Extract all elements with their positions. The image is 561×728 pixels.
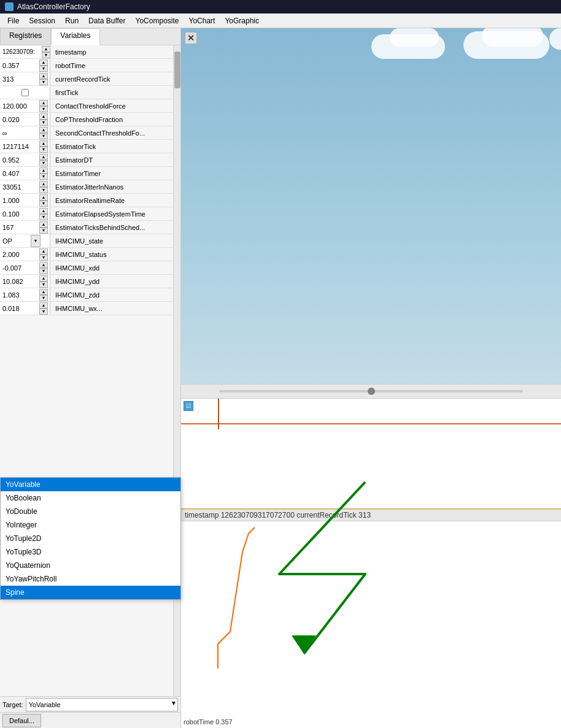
var-input-cop[interactable] <box>2 116 38 123</box>
spinner-down[interactable]: ▼ <box>39 255 48 261</box>
spinner-down[interactable]: ▼ <box>42 52 50 58</box>
spinner-up[interactable]: ▲ <box>39 154 48 160</box>
spinner-down[interactable]: ▼ <box>39 147 48 153</box>
var-input-imu-state[interactable] <box>2 237 29 245</box>
var-input-etimer[interactable] <box>2 170 38 177</box>
spinner-down[interactable]: ▼ <box>39 174 48 180</box>
menu-session[interactable]: Session <box>24 15 60 26</box>
default-button[interactable]: Defaul... <box>2 714 41 727</box>
menu-yocomposite[interactable]: YoComposite <box>131 15 184 26</box>
dropdown-item-spine[interactable]: Spine <box>1 586 180 599</box>
spinner-up[interactable]: ▲ <box>39 167 48 174</box>
scrollbar-thumb[interactable] <box>174 52 180 88</box>
var-input-eest[interactable] <box>2 210 38 218</box>
spinner-down[interactable]: ▼ <box>39 187 48 193</box>
target-select-wrapper: YoVariable ▼ <box>26 698 178 711</box>
menu-yochart[interactable]: YoChart <box>184 15 220 26</box>
spinner-up[interactable]: ▲ <box>39 140 48 147</box>
menu-bar: File Session Run Data Buffer YoComposite… <box>0 13 561 28</box>
spinner-down[interactable]: ▼ <box>39 214 48 220</box>
slider-area[interactable] <box>181 384 561 399</box>
var-input-ejitter[interactable] <box>2 183 38 191</box>
spinner-up[interactable]: ▲ <box>39 262 48 268</box>
spinner-down[interactable]: ▼ <box>39 79 48 85</box>
var-input-imu-ydd[interactable] <box>2 278 38 285</box>
close-button[interactable]: ✕ <box>185 32 197 44</box>
spinner-up[interactable]: ▲ <box>39 73 48 79</box>
spinner-down[interactable]: ▼ <box>39 268 48 274</box>
var-input-imu-xdd[interactable] <box>2 264 38 272</box>
spinner-down[interactable]: ▼ <box>39 106 48 112</box>
menu-yographic[interactable]: YoGraphic <box>220 15 264 26</box>
var-input-err[interactable] <box>2 197 38 204</box>
var-value-ctf: ▲ ▼ <box>0 99 50 112</box>
menu-file[interactable]: File <box>2 15 24 26</box>
var-input-imu-zdd[interactable] <box>2 291 38 299</box>
var-spinner-ejitter: ▲ ▼ <box>39 181 48 193</box>
var-input-edt[interactable] <box>2 156 38 164</box>
dropdown-item-yoquaternion[interactable]: YoQuaternion <box>1 559 180 572</box>
var-name-edt: EstimatorDT <box>50 156 93 164</box>
var-name-timestamp: timestamp <box>50 48 87 56</box>
var-input-imu-wx[interactable] <box>2 305 38 312</box>
tab-registries[interactable]: Registries <box>0 28 51 45</box>
dropdown-item-yodouble[interactable]: YoDouble <box>1 505 180 518</box>
spinner-up[interactable]: ▲ <box>42 46 50 52</box>
dropdown-item-yoyawpitchroll[interactable]: YoYawPitchRoll <box>1 572 180 586</box>
spinner-up[interactable]: ▲ <box>39 113 48 120</box>
var-checkbox-firsttick[interactable] <box>21 89 29 96</box>
sky-area <box>181 28 561 384</box>
spinner-up[interactable]: ▲ <box>39 194 48 201</box>
dropdown-item-yotuple3d[interactable]: YoTuple3D <box>1 545 180 559</box>
var-name-robottime: robotTime <box>50 62 85 69</box>
dropdown-item-yotuple2d[interactable]: YoTuple2D <box>1 532 180 545</box>
var-spinner-imu-zdd: ▲ ▼ <box>39 289 48 301</box>
spinner-down[interactable]: ▼ <box>39 66 48 72</box>
var-name-etbs: EstimatorTicksBehindSched... <box>50 224 145 231</box>
var-input-timestamp[interactable] <box>2 48 41 55</box>
var-name-ejitter: EstimatorJitterInNanos <box>50 183 123 191</box>
spinner-up[interactable]: ▲ <box>39 100 48 106</box>
tab-variables[interactable]: Variables <box>51 28 99 45</box>
spinner-up[interactable]: ▲ <box>39 181 48 187</box>
spinner-up[interactable]: ▲ <box>39 127 48 133</box>
spinner-up[interactable]: ▲ <box>39 302 48 308</box>
var-input-ctf[interactable] <box>2 102 38 110</box>
table-row: ▲ ▼ EstimatorTicksBehindSched... <box>0 221 173 234</box>
var-input-sct[interactable] <box>2 129 38 137</box>
menu-run[interactable]: Run <box>60 15 83 26</box>
table-row: ▲ ▼ EstimatorJitterInNanos <box>0 180 173 194</box>
var-name-sct: SecondContactThresholdFo... <box>50 129 145 137</box>
spinner-up[interactable]: ▲ <box>39 275 48 282</box>
spinner-down[interactable]: ▼ <box>39 228 48 234</box>
menu-databuffer[interactable]: Data Buffer <box>83 15 130 26</box>
dropdown-item-yovariable[interactable]: YoVariable <box>1 478 180 491</box>
dropdown-item-yoboolean[interactable]: YoBoolean <box>1 491 180 505</box>
spinner-up[interactable]: ▲ <box>39 221 48 228</box>
spinner-down[interactable]: ▼ <box>39 308 48 315</box>
var-input-etbs[interactable] <box>2 224 38 231</box>
var-name-cop: CoPThresholdFraction <box>50 116 123 123</box>
dropdown-item-yointeger[interactable]: YoInteger <box>1 518 180 532</box>
var-input-robottime[interactable] <box>2 62 38 69</box>
dropdown-arrow[interactable]: ▼ <box>31 235 41 247</box>
slider-thumb[interactable] <box>368 388 375 395</box>
var-input-crt[interactable] <box>2 75 38 83</box>
spinner-down[interactable]: ▼ <box>39 133 48 139</box>
table-row: ▲ ▼ EstimatorDT <box>0 153 173 167</box>
orange-line-horizontal <box>181 423 561 424</box>
spinner-down[interactable]: ▼ <box>39 282 48 288</box>
spinner-down[interactable]: ▼ <box>39 201 48 207</box>
spinner-down[interactable]: ▼ <box>39 120 48 126</box>
target-select[interactable]: YoVariable <box>26 698 178 711</box>
var-spinner-etbs: ▲ ▼ <box>39 221 48 234</box>
table-row: ▲ ▼ SecondContactThresholdFo... <box>0 126 173 140</box>
spinner-down[interactable]: ▼ <box>39 295 48 301</box>
spinner-up[interactable]: ▲ <box>39 248 48 255</box>
var-input-imu-status[interactable] <box>2 251 38 258</box>
spinner-up[interactable]: ▲ <box>39 289 48 295</box>
spinner-up[interactable]: ▲ <box>39 59 48 66</box>
spinner-down[interactable]: ▼ <box>39 160 48 166</box>
var-input-et[interactable] <box>2 143 38 150</box>
spinner-up[interactable]: ▲ <box>39 208 48 214</box>
